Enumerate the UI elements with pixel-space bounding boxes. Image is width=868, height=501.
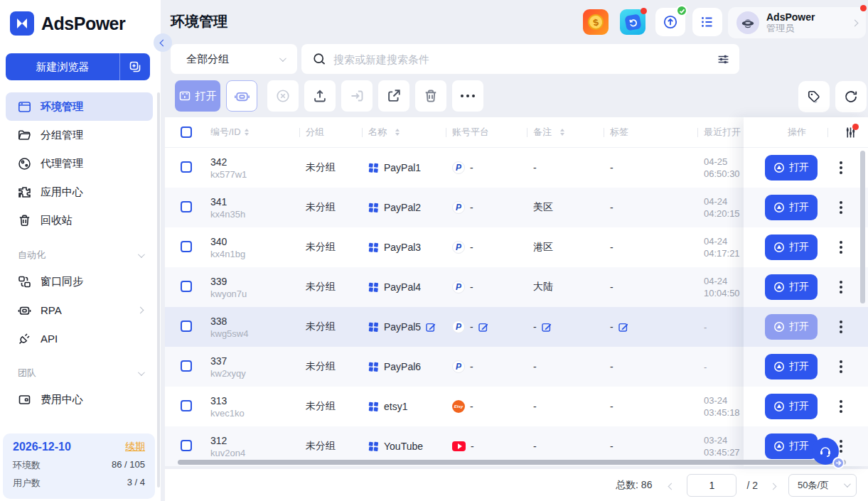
manage-tags-button[interactable] — [798, 81, 830, 112]
column-header-note[interactable]: 备注 — [533, 117, 610, 147]
open-profile-button[interactable]: 打开 — [765, 195, 818, 220]
sidebar-nav: 环境管理 分组管理 代理管理 应用中心 回收站 自动化 窗口同步 RPA — [6, 92, 153, 414]
group-filter-dropdown[interactable]: 全部分组 — [171, 44, 297, 74]
advanced-filter-icon[interactable] — [717, 53, 729, 65]
sidebar-item-api[interactable]: API — [6, 324, 153, 352]
open-selected-button[interactable]: 打开 — [175, 80, 220, 112]
logo: AdsPower — [0, 0, 161, 36]
chevron-down-icon — [138, 251, 145, 258]
platform-value: - — [471, 441, 474, 452]
total-count: 总数: 86 — [616, 479, 652, 492]
paypal-icon — [452, 360, 465, 373]
row-checkbox[interactable] — [181, 241, 192, 252]
row-checkbox[interactable] — [181, 201, 192, 212]
edit-name-icon[interactable] — [426, 322, 436, 332]
profile-code: kwyon7u — [210, 289, 306, 299]
new-browser-button[interactable]: 新建浏览器 — [6, 53, 150, 80]
row-more-menu[interactable] — [837, 158, 845, 177]
new-browser-batch-button[interactable] — [120, 53, 150, 80]
task-list-button[interactable] — [692, 8, 722, 36]
edit-note-icon[interactable] — [542, 322, 552, 332]
sort-icon[interactable] — [395, 129, 400, 136]
next-page-button[interactable] — [768, 476, 778, 495]
column-header-group: 分组 — [306, 117, 368, 147]
sidebar-item-proxies[interactable]: 代理管理 — [6, 149, 153, 178]
close-selected-button[interactable] — [267, 80, 299, 112]
column-header-name[interactable]: 名称 — [368, 117, 452, 147]
tag-cell: - — [610, 401, 614, 412]
group-cell: 未分组 — [306, 241, 368, 254]
sidebar-item-window-sync[interactable]: 窗口同步 — [6, 267, 153, 296]
import-button[interactable] — [341, 80, 373, 112]
row-more-menu[interactable] — [837, 318, 845, 336]
tag-cell: - — [610, 361, 614, 372]
support-arrow-badge — [832, 457, 845, 469]
share-export-button[interactable] — [378, 80, 409, 112]
row-more-menu[interactable] — [837, 357, 845, 376]
rewards-coin-icon[interactable]: $ — [583, 9, 609, 35]
sidebar-item-label: 回收站 — [41, 214, 73, 227]
note-cell: 美区 — [533, 201, 553, 214]
edit-tag-icon[interactable] — [618, 322, 628, 332]
row-more-menu[interactable] — [837, 278, 845, 296]
profile-id: 339 — [210, 276, 306, 287]
profile-name: PayPal1 — [384, 162, 421, 173]
row-more-menu[interactable] — [837, 198, 845, 217]
profile-code: kx4n1bg — [210, 249, 306, 259]
user-account-menu[interactable]: AdsPower 管理员 — [728, 7, 866, 38]
chevron-down-icon — [844, 480, 851, 487]
open-profile-button[interactable]: 打开 — [765, 394, 818, 419]
open-profile-button[interactable]: 打开 — [765, 235, 818, 260]
sidebar-item-environments[interactable]: 环境管理 — [6, 92, 153, 121]
sidebar-item-trash[interactable]: 回收站 — [6, 206, 153, 235]
sidebar-collapse-button[interactable] — [154, 33, 172, 52]
sort-icon[interactable] — [245, 129, 249, 136]
row-checkbox[interactable] — [181, 161, 192, 173]
row-checkbox[interactable] — [181, 281, 192, 292]
sidebar-scrollbar[interactable] — [157, 92, 160, 487]
sort-icon[interactable] — [560, 129, 564, 136]
platform-value: - — [470, 281, 473, 293]
chevron-right-icon — [137, 306, 144, 313]
page-number-input[interactable] — [687, 474, 736, 497]
row-checkbox[interactable] — [181, 400, 192, 411]
open-profile-button[interactable]: 打开 — [765, 314, 818, 340]
horizontal-scrollbar[interactable] — [178, 460, 846, 465]
edit-platform-icon[interactable] — [478, 322, 488, 332]
row-checkbox[interactable] — [181, 440, 192, 451]
sidebar-item-rpa[interactable]: RPA — [6, 296, 153, 324]
page-size-dropdown[interactable]: 50条/页 — [788, 474, 857, 497]
vertical-scrollbar[interactable] — [860, 151, 865, 303]
row-more-menu[interactable] — [837, 397, 845, 416]
open-profile-button[interactable]: 打开 — [765, 354, 818, 379]
section-team[interactable]: 团队 — [6, 361, 153, 385]
select-all-checkbox[interactable] — [181, 126, 192, 138]
delete-button[interactable] — [415, 80, 446, 112]
refresh-button[interactable] — [835, 81, 867, 112]
row-more-menu[interactable] — [837, 238, 845, 257]
column-settings-icon[interactable] — [845, 126, 857, 139]
row-checkbox[interactable] — [181, 320, 192, 332]
open-profile-button[interactable]: 打开 — [765, 274, 818, 300]
export-upload-button[interactable] — [304, 80, 336, 112]
renew-link[interactable]: 续期 — [125, 441, 145, 453]
group-cell: 未分组 — [306, 440, 368, 453]
open-profile-button[interactable]: 打开 — [765, 433, 818, 459]
profile-id: 313 — [210, 395, 306, 406]
ellipsis-icon — [461, 95, 475, 97]
sidebar-item-groups[interactable]: 分组管理 — [6, 121, 153, 149]
new-browser-label[interactable]: 新建浏览器 — [6, 53, 120, 80]
group-cell: 未分组 — [306, 360, 368, 373]
row-checkbox[interactable] — [181, 360, 192, 372]
section-automation[interactable]: 自动化 — [6, 243, 153, 267]
sidebar-item-billing[interactable]: 费用中心 — [6, 385, 153, 414]
search-input[interactable] — [333, 53, 717, 65]
open-profile-button[interactable]: 打开 — [765, 155, 818, 181]
prev-page-button[interactable] — [666, 476, 677, 495]
column-header-id[interactable]: 编号/ID — [210, 117, 306, 147]
rpa-batch-button[interactable] — [226, 80, 257, 112]
undo-icon — [624, 14, 641, 31]
sidebar-item-apps[interactable]: 应用中心 — [6, 178, 153, 206]
page-title: 环境管理 — [171, 12, 227, 31]
more-actions-button[interactable] — [452, 80, 483, 112]
